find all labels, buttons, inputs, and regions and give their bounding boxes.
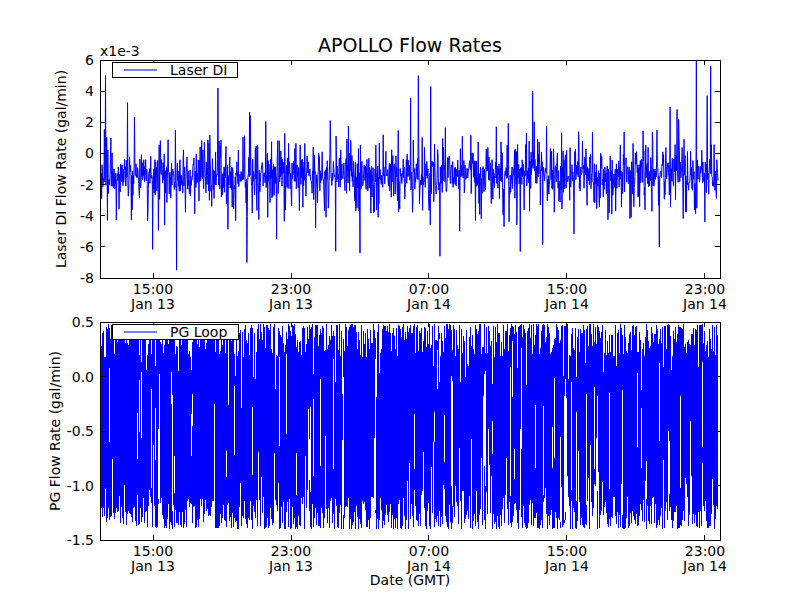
x-tick-date-label: Jan 13 [130, 296, 175, 312]
top-ylabel: Laser DI Flow Rate (gal/min) [53, 70, 69, 268]
x-tick-date-label: Jan 14 [682, 296, 727, 312]
figure-title: APOLLO Flow Rates [318, 34, 502, 56]
laser-di-series [101, 60, 719, 270]
y-tick-label: 0.0 [72, 369, 94, 385]
top-y-offset-text: x1e-3 [100, 43, 140, 59]
y-tick-label: 2 [85, 114, 94, 130]
y-tick-label: 0.5 [72, 314, 94, 330]
x-tick-date-label: Jan 14 [406, 296, 451, 312]
y-tick-label: -8 [80, 270, 94, 286]
y-tick-label: 6 [85, 52, 94, 68]
x-tick-date-label: Jan 14 [544, 296, 589, 312]
x-tick-time-label: 15:00 [547, 281, 587, 297]
bottom-axes: 15:00Jan 1323:00Jan 1307:00Jan 1415:00Ja… [47, 314, 727, 588]
figure-canvas: 15:00Jan 1323:00Jan 1307:00Jan 1415:00Ja… [0, 0, 800, 600]
figure: 15:00Jan 1323:00Jan 1307:00Jan 1415:00Ja… [0, 0, 800, 600]
y-tick-label: -0.5 [67, 423, 94, 439]
x-tick-date-label: Jan 13 [130, 558, 175, 574]
xlabel: Date (GMT) [370, 572, 450, 588]
pg-loop-series [102, 324, 718, 530]
x-tick-date-label: Jan 13 [268, 296, 313, 312]
bottom-ylabel: PG Flow Rate (gal/min) [47, 351, 63, 511]
x-tick-date-label: Jan 13 [268, 558, 313, 574]
x-tick-time-label: 23:00 [685, 281, 725, 297]
x-tick-time-label: 23:00 [271, 543, 311, 559]
x-tick-time-label: 15:00 [133, 543, 173, 559]
bottom-legend: PG Loop [113, 324, 239, 340]
x-tick-date-label: Jan 14 [682, 558, 727, 574]
y-tick-label: 4 [85, 83, 94, 99]
top-legend: Laser DI [113, 62, 238, 78]
y-tick-label: -6 [80, 239, 94, 255]
y-tick-label: -4 [80, 208, 94, 224]
top-legend-label: Laser DI [170, 62, 227, 78]
x-tick-time-label: 07:00 [409, 281, 449, 297]
laser-di-line [101, 60, 719, 270]
x-tick-time-label: 15:00 [547, 543, 587, 559]
y-tick-label: -1.5 [67, 532, 94, 548]
x-tick-time-label: 23:00 [271, 281, 311, 297]
x-tick-time-label: 15:00 [133, 281, 173, 297]
top-axes: 15:00Jan 1323:00Jan 1307:00Jan 1415:00Ja… [53, 34, 727, 312]
y-tick-label: -2 [80, 177, 94, 193]
x-tick-time-label: 23:00 [685, 543, 725, 559]
y-tick-label: 0 [85, 145, 94, 161]
x-tick-time-label: 07:00 [409, 543, 449, 559]
y-tick-label: -1.0 [67, 478, 94, 494]
bottom-legend-label: PG Loop [170, 324, 227, 340]
x-tick-date-label: Jan 14 [544, 558, 589, 574]
